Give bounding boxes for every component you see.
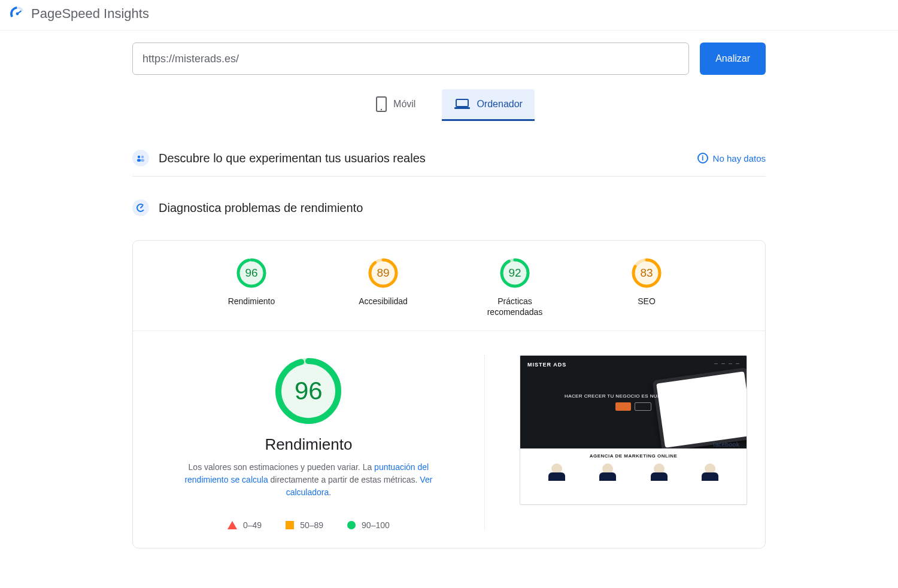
screenshot-headline: HACER CRECER TU NEGOCIO ES NUESTRO OBJET… — [565, 393, 702, 399]
screenshot-cta-primary — [615, 402, 631, 411]
big-performance-ring: 96 — [272, 355, 344, 427]
screenshot-panel: MISTER ADS ———— HACER CRECER TU NEGOCIO … — [503, 355, 747, 530]
legend-low-label: 0–49 — [243, 520, 262, 530]
gauge-seo-score: 83 — [631, 257, 662, 289]
svg-rect-10 — [137, 159, 141, 162]
score-card: 96 Rendimiento 89 Accesibilidad — [132, 240, 766, 548]
device-tabs: Móvil Ordenador — [132, 89, 766, 121]
main-container: Analizar Móvil Ordenador — [123, 31, 775, 548]
svg-point-8 — [138, 156, 140, 158]
gauge-best-practices-score: 92 — [499, 257, 530, 289]
big-performance-score: 96 — [272, 355, 344, 427]
circle-icon — [347, 521, 356, 529]
performance-description: Los valores son estimaciones y pueden va… — [177, 461, 440, 499]
section-diagnose: Diagnostica problemas de rendimiento — [132, 187, 766, 226]
legend-mid: 50–89 — [286, 520, 323, 530]
url-input[interactable] — [132, 43, 689, 75]
svg-line-13 — [141, 206, 142, 208]
gauge-best-practices-label: Prácticas recomendadas — [476, 296, 554, 317]
perf-desc-mid: directamente a partir de estas métricas. — [268, 475, 420, 484]
svg-rect-7 — [454, 107, 470, 109]
search-row: Analizar — [132, 43, 766, 75]
gauge-performance-score: 96 — [236, 257, 267, 289]
gauge-best-practices[interactable]: 92 Prácticas recomendadas — [476, 257, 554, 317]
tab-desktop-label: Ordenador — [477, 99, 523, 110]
legend-high: 90–100 — [347, 520, 390, 530]
score-legend: 0–49 50–89 90–100 — [227, 520, 390, 530]
gauge-icon — [132, 199, 149, 216]
no-data-link[interactable]: i No hay datos — [697, 153, 766, 163]
screenshot-subtitle: AGENCIA DE MARKETING ONLINE — [520, 453, 747, 459]
site-screenshot: MISTER ADS ———— HACER CRECER TU NEGOCIO … — [520, 355, 747, 505]
gauges-row: 96 Rendimiento 89 Accesibilidad — [133, 241, 765, 331]
gauge-performance-label: Rendimiento — [228, 296, 275, 307]
users-icon — [132, 150, 149, 166]
tab-mobile-label: Móvil — [393, 99, 415, 110]
screenshot-nav: ———— — [714, 362, 739, 365]
svg-point-5 — [381, 109, 382, 110]
screenshot-cta-secondary — [635, 402, 651, 411]
square-icon — [286, 521, 294, 529]
gauge-best-practices-ring: 92 — [499, 257, 530, 289]
no-data-label: No hay datos — [713, 153, 766, 163]
performance-detail: 96 Rendimiento Los valores son estimacio… — [133, 331, 765, 548]
screenshot-cta-row — [615, 402, 651, 411]
section-real-users: Descubre lo que experimentan tus usuario… — [132, 138, 766, 177]
mobile-icon — [375, 96, 387, 112]
screenshot-phone-illustration — [652, 368, 747, 452]
legend-mid-label: 50–89 — [300, 520, 323, 530]
real-users-title: Descubre lo que experimentan tus usuario… — [159, 151, 688, 165]
screenshot-avatars — [520, 463, 747, 474]
legend-high-label: 90–100 — [362, 520, 390, 530]
gauge-accessibility-label: Accesibilidad — [359, 296, 408, 307]
screenshot-brand: MISTER ADS — [527, 362, 566, 368]
gauge-seo-label: SEO — [638, 296, 656, 307]
gauge-accessibility-score: 89 — [368, 257, 399, 289]
pagespeed-logo-icon — [10, 6, 25, 22]
screenshot-bottom: facebook AGENCIA DE MARKETING ONLINE — [520, 448, 747, 504]
diagnose-title: Diagnostica problemas de rendimiento — [159, 201, 766, 215]
legend-low: 0–49 — [227, 520, 262, 530]
perf-desc-suffix: . — [329, 487, 331, 497]
svg-rect-6 — [456, 99, 468, 107]
gauge-accessibility-ring: 89 — [368, 257, 399, 289]
svg-point-9 — [141, 156, 144, 158]
svg-rect-11 — [141, 159, 144, 162]
gauge-performance[interactable]: 96 Rendimiento — [213, 257, 290, 317]
laptop-icon — [454, 98, 471, 110]
analyze-button[interactable]: Analizar — [700, 43, 766, 75]
screenshot-facebook-label: facebook — [713, 441, 739, 448]
gauge-performance-ring: 96 — [236, 257, 267, 289]
tab-desktop[interactable]: Ordenador — [442, 89, 535, 121]
screenshot-hero: MISTER ADS ———— HACER CRECER TU NEGOCIO … — [520, 356, 747, 448]
app-title: PageSpeed Insights — [31, 6, 149, 22]
big-performance-title: Rendimiento — [265, 435, 352, 454]
triangle-icon — [227, 521, 237, 529]
gauge-seo[interactable]: 83 SEO — [608, 257, 685, 317]
info-icon: i — [697, 153, 708, 163]
performance-summary: 96 Rendimiento Los valores son estimacio… — [151, 355, 485, 530]
perf-desc-prefix: Los valores son estimaciones y pueden va… — [189, 462, 375, 472]
gauge-seo-ring: 83 — [631, 257, 662, 289]
tab-mobile[interactable]: Móvil — [363, 89, 427, 121]
topbar: PageSpeed Insights — [0, 0, 898, 31]
gauge-accessibility[interactable]: 89 Accesibilidad — [344, 257, 422, 317]
